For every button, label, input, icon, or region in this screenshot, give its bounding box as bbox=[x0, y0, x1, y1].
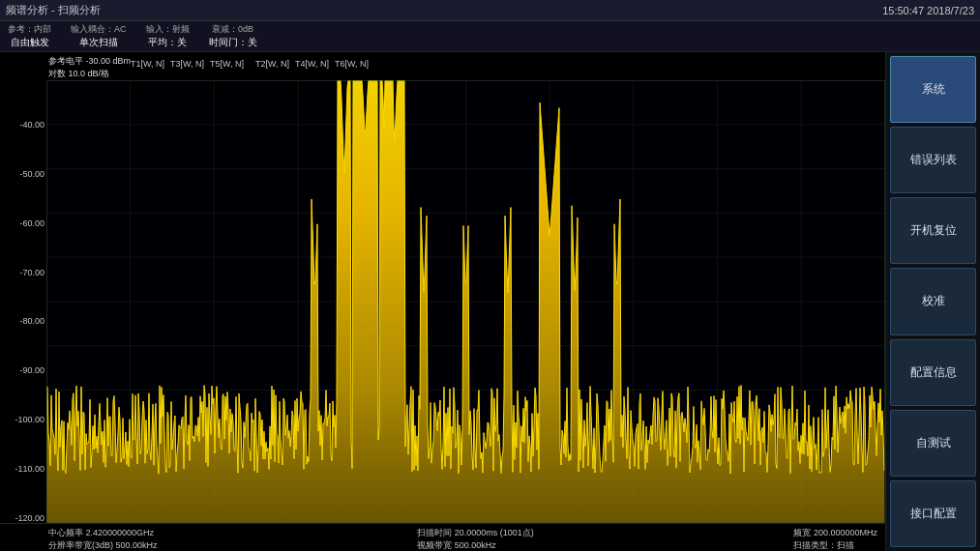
bottom-mid: 扫描时间 20.0000ms (1001点) 视频带宽 500.00kHz bbox=[417, 527, 534, 551]
sidebar-btn-reboot[interactable]: 开机复位 bbox=[890, 197, 976, 264]
trace-t3: T3[W, N] bbox=[170, 59, 204, 69]
param-coupling: 输入耦合：AC 单次扫描 bbox=[71, 23, 127, 49]
window-title: 频谱分析 - 扫频分析 bbox=[6, 3, 882, 17]
y-label-9: -120.00 bbox=[2, 514, 45, 523]
param-input: 输入：射频 平均：关 bbox=[146, 23, 190, 49]
center-freq-label: 中心频率 2.420000000GHz bbox=[48, 527, 158, 539]
y-label-5: -80.00 bbox=[2, 317, 45, 326]
y-label-7: -100.00 bbox=[2, 416, 45, 424]
vbw-label: 视频带宽 500.00kHz bbox=[417, 539, 534, 551]
trace-t2: T2[W, N] bbox=[255, 59, 289, 69]
bottom-right: 频宽 200.000000MHz 扫描类型：扫描 bbox=[793, 527, 877, 551]
y-label-8: -110.00 bbox=[2, 465, 45, 474]
param-input-label: 输入：射频 bbox=[146, 23, 190, 36]
trace-t6: T6[W, N] bbox=[335, 59, 369, 69]
span-label: 频宽 200.000000MHz bbox=[793, 527, 877, 539]
sidebar-btn-system[interactable]: 系统 bbox=[890, 56, 976, 123]
param-coupling-label: 输入耦合：AC bbox=[71, 23, 127, 36]
ref-level-label: 参考电平 -30.00 dBm bbox=[48, 55, 131, 68]
y-axis: -40.00 -50.00 -60.00 -70.00 -80.00 -90.0… bbox=[0, 80, 46, 523]
sweep-time-label: 扫描时间 20.0000ms (1001点) bbox=[417, 527, 534, 539]
sweep-type-label: 扫描类型：扫描 bbox=[793, 539, 877, 551]
param-atten: 衰减：0dB 时间门：关 bbox=[209, 23, 257, 49]
param-trigger-value: 自由触发 bbox=[11, 36, 49, 49]
y-label-6: -90.00 bbox=[2, 366, 45, 375]
y-label-1: -40.00 bbox=[2, 121, 45, 130]
main-area: 参考电平 -30.00 dBm 对数 10.0 dB/格 T1[W, N] T3… bbox=[0, 52, 980, 551]
chart-info-left: 参考电平 -30.00 dBm 对数 10.0 dB/格 bbox=[48, 55, 131, 80]
param-reference-label: 参考：内部 bbox=[8, 23, 51, 36]
chart-container: -40.00 -50.00 -60.00 -70.00 -80.00 -90.0… bbox=[0, 80, 885, 523]
top-bar: 频谱分析 - 扫频分析 15:50:47 2018/7/23 bbox=[0, 0, 980, 21]
bottom-info: 中心频率 2.420000000GHz 分辨率带宽(3dB) 500.00kHz… bbox=[0, 523, 885, 551]
sidebar-btn-error-list[interactable]: 错误列表 bbox=[890, 127, 976, 193]
sidebar-btn-interface[interactable]: 接口配置 bbox=[890, 480, 976, 547]
trace-t1: T1[W, N] bbox=[131, 59, 164, 69]
spectrum-canvas bbox=[46, 80, 885, 523]
sidebar-btn-config-info[interactable]: 配置信息 bbox=[890, 339, 976, 406]
rbw-label: 分辨率带宽(3dB) 500.00kHz bbox=[48, 539, 158, 551]
params-bar: 参考：内部 自由触发 输入耦合：AC 单次扫描 输入：射频 平均：关 衰减：0d… bbox=[0, 21, 980, 52]
trace-t5: T5[W, N] bbox=[210, 59, 244, 69]
trace-labels: T1[W, N] T3[W, N] T5[W, N] T2[W, N] T4[W… bbox=[131, 55, 881, 80]
param-gate-value: 时间门：关 bbox=[209, 36, 257, 49]
bottom-left: 中心频率 2.420000000GHz 分辨率带宽(3dB) 500.00kHz bbox=[48, 527, 158, 551]
trace-t4: T4[W, N] bbox=[295, 59, 329, 69]
param-atten-label: 衰减：0dB bbox=[212, 23, 253, 36]
param-sweep-value: 单次扫描 bbox=[79, 36, 118, 49]
param-avg-value: 平均：关 bbox=[148, 36, 187, 49]
y-label-4: -70.00 bbox=[2, 269, 45, 277]
right-sidebar: 系统 错误列表 开机复位 校准 配置信息 自测试 接口配置 bbox=[885, 52, 980, 551]
datetime-display: 15:50:47 2018/7/23 bbox=[882, 5, 974, 16]
y-label-3: -60.00 bbox=[2, 219, 45, 228]
spectrum-panel: 参考电平 -30.00 dBm 对数 10.0 dB/格 T1[W, N] T3… bbox=[0, 52, 885, 551]
scale-label: 对数 10.0 dB/格 bbox=[48, 68, 131, 80]
y-label-2: -50.00 bbox=[2, 170, 45, 179]
sidebar-btn-self-test[interactable]: 自测试 bbox=[890, 410, 976, 477]
param-reference: 参考：内部 自由触发 bbox=[8, 23, 51, 49]
sidebar-btn-calibrate[interactable]: 校准 bbox=[890, 268, 976, 334]
